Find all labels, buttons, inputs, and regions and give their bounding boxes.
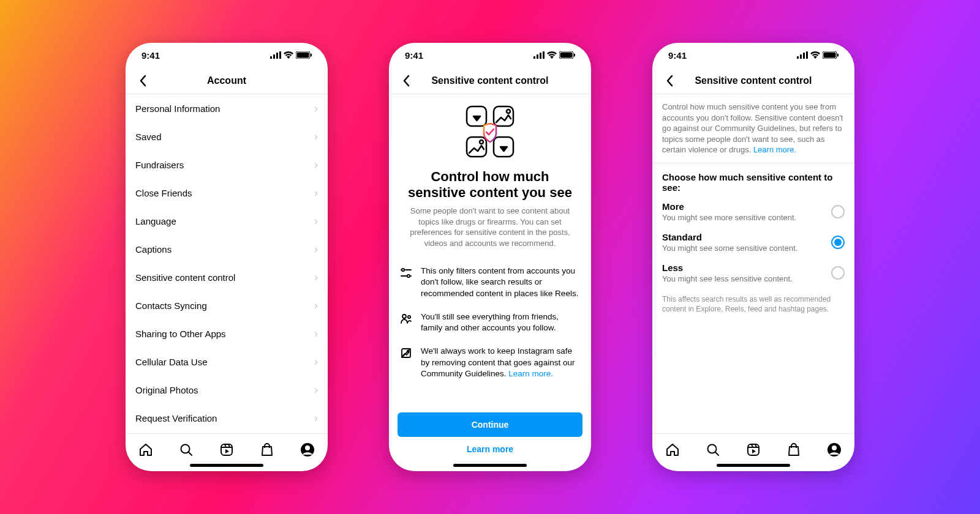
tab-reels[interactable] [746,442,761,457]
reels-icon [746,442,761,457]
menu-item[interactable]: Personal Information› [126,94,328,122]
svg-rect-17 [540,53,541,59]
menu-item[interactable]: Captions› [126,235,328,263]
svg-rect-48 [748,444,759,455]
menu-item[interactable]: Sharing to Other Apps› [126,319,328,348]
status-icons [797,51,839,59]
tab-search[interactable] [179,442,194,457]
profile-icon [827,442,842,457]
radio-button[interactable] [831,266,845,280]
option-less[interactable]: LessYou might see less sensitive content… [652,258,854,288]
status-bar: 9:41 [126,43,328,67]
hero-title: Control how much sensitive content you s… [401,169,579,201]
back-button[interactable] [658,70,680,92]
menu-item-label: Request Verification [135,413,217,423]
tab-reels[interactable] [219,442,234,457]
menu-item[interactable]: Cellular Data Use› [126,348,328,376]
option-more[interactable]: MoreYou might see more sensitive content… [652,196,854,227]
svg-rect-3 [279,51,281,59]
menu-item[interactable]: Contacts Syncing› [126,291,328,319]
bullet-text: You'll still see everything from friends… [421,311,580,333]
back-button[interactable] [132,70,154,92]
status-time: 9:41 [668,50,687,61]
option-title: Less [662,263,793,273]
menu-item-label: Contacts Syncing [135,300,207,311]
svg-line-47 [715,452,718,455]
svg-rect-2 [276,53,278,59]
chevron-right-icon: › [314,187,318,199]
chevron-right-icon: › [314,158,318,171]
menu-item[interactable]: Fundraisers› [126,151,328,179]
nav-bar: Account [126,67,328,94]
search-icon [706,442,720,457]
svg-line-38 [402,349,410,357]
bullet-item: This only filters content from accounts … [400,259,580,305]
battery-icon [823,51,839,59]
radio-button[interactable] [831,205,845,218]
learn-more-inline-link[interactable]: Learn more. [508,369,553,378]
menu-item-label: Sensitive content control [135,272,235,283]
svg-rect-42 [806,51,808,59]
option-standard[interactable]: StandardYou might see some sensitive con… [652,227,854,258]
page-title: Account [126,75,328,86]
phone-account: 9:41 Account Personal Information›Saved›… [126,43,328,471]
svg-rect-1 [273,54,275,59]
option-title: More [662,201,796,212]
status-icons [533,51,575,59]
menu-item[interactable]: Sensitive content control› [126,263,328,291]
menu-item-label: Saved [135,132,162,142]
menu-item-label: Sharing to Other Apps [135,329,226,339]
option-desc: You might see some sensitive content. [662,244,797,253]
menu-item[interactable]: Original Photos› [126,376,328,404]
menu-item[interactable]: Close Friends› [126,179,328,207]
svg-rect-39 [797,56,799,59]
bullet-item: You'll still see everything from friends… [400,305,580,340]
status-bar: 9:41 [652,43,854,67]
tab-shop[interactable] [786,442,801,457]
tab-shop[interactable] [260,442,274,457]
chevron-right-icon: › [314,130,318,143]
chevron-left-icon [402,75,410,87]
menu-item-label: Language [135,216,176,226]
hero-subtitle: Some people don't want to see content ab… [401,206,579,248]
tab-home[interactable] [665,442,680,457]
wifi-icon [284,51,293,59]
status-bar: 9:41 [389,43,591,67]
back-button[interactable] [395,70,417,92]
menu-item[interactable]: Language› [126,207,328,235]
menu-item[interactable]: Request Verification› [126,404,328,432]
bullet-icon [400,347,412,379]
tab-profile[interactable] [827,442,842,457]
home-indicator [717,464,790,467]
options-content: Control how much sensitive content you s… [652,94,854,433]
page-title: Sensitive content control [389,75,591,86]
menu-item-label: Cellular Data Use [135,357,208,367]
svg-rect-23 [494,106,513,126]
hero-illustration [453,104,527,159]
radio-button[interactable] [831,236,845,249]
continue-button[interactable]: Continue [398,412,582,437]
tab-search[interactable] [706,442,720,457]
chevron-right-icon: › [314,299,318,312]
chevron-right-icon: › [314,356,318,368]
battery-icon [559,51,575,59]
menu-item[interactable]: Saved› [126,122,328,151]
tab-home[interactable] [138,442,153,457]
chevron-right-icon: › [314,412,318,425]
chevron-right-icon: › [314,327,318,340]
section-heading: Choose how much sensitive content to see… [652,163,854,196]
svg-rect-9 [221,444,232,455]
chevron-right-icon: › [314,215,318,228]
tab-profile[interactable] [300,442,315,457]
svg-point-31 [407,275,410,277]
status-time: 9:41 [405,50,423,61]
battery-icon [296,51,312,59]
option-title: Standard [662,232,797,242]
wifi-icon [547,51,557,59]
menu-item-label: Personal Information [135,103,220,114]
home-icon [665,442,680,457]
page-title: Sensitive content control [652,75,854,86]
phone-intro: 9:41 Sensitive content control [389,43,591,471]
learn-more-link[interactable]: Learn more. [753,145,796,154]
nav-bar: Sensitive content control [652,67,854,94]
